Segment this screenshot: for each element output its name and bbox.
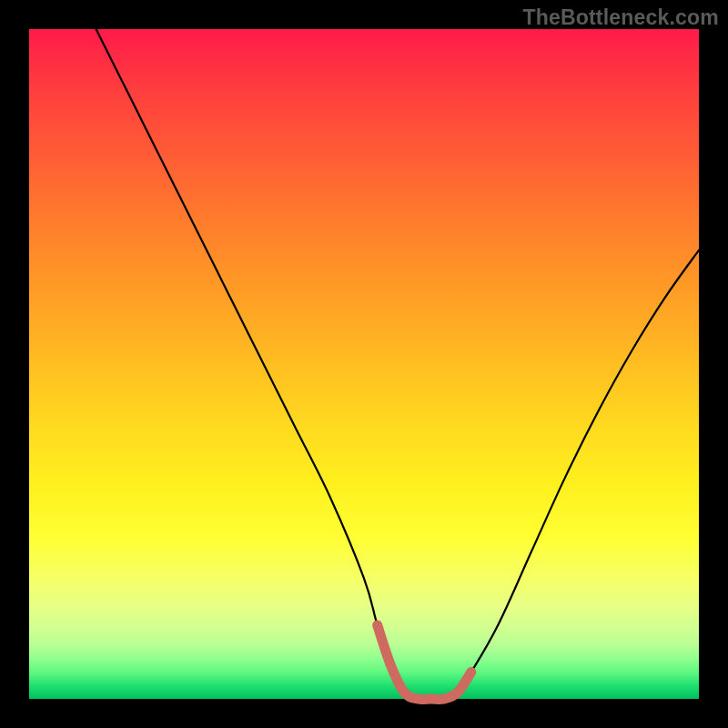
bottleneck-curve — [96, 29, 699, 700]
optimal-zone-curve — [378, 625, 471, 700]
watermark-text: TheBottleneck.com — [522, 5, 719, 30]
gradient-plot-area — [29, 29, 699, 699]
curve-svg — [29, 29, 699, 699]
chart-frame: TheBottleneck.com — [0, 0, 728, 728]
